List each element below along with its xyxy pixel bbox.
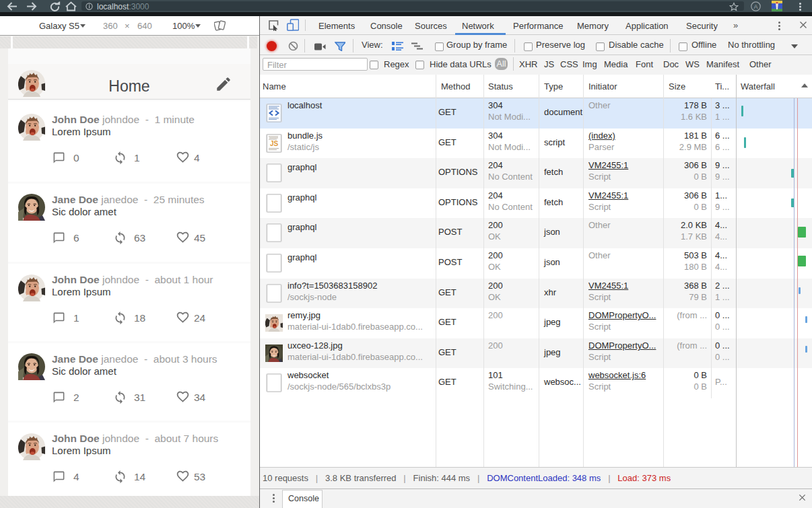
svg-text:A: A [753,3,757,10]
svg-text:JS: JS [270,140,279,147]
